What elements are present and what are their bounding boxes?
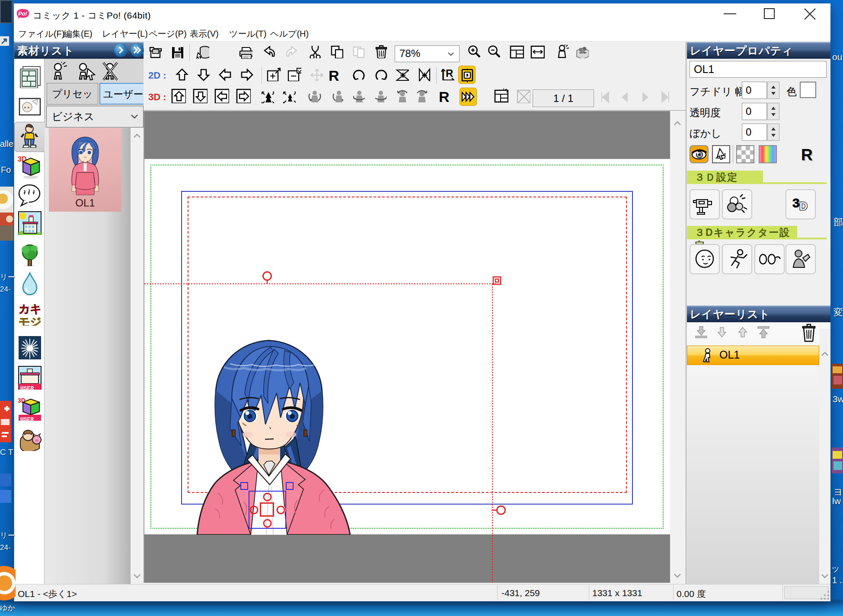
svg-text:D: D: [799, 200, 808, 213]
svg-text:3: 3: [792, 196, 800, 210]
svg-text:USER: USER: [20, 416, 34, 421]
svg-text:USER: USER: [20, 385, 34, 390]
svg-text:R: R: [446, 67, 453, 79]
svg-text:Po!: Po!: [18, 10, 28, 17]
svg-text:カキ: カキ: [19, 302, 42, 315]
svg-text:モジ: モジ: [19, 315, 42, 326]
